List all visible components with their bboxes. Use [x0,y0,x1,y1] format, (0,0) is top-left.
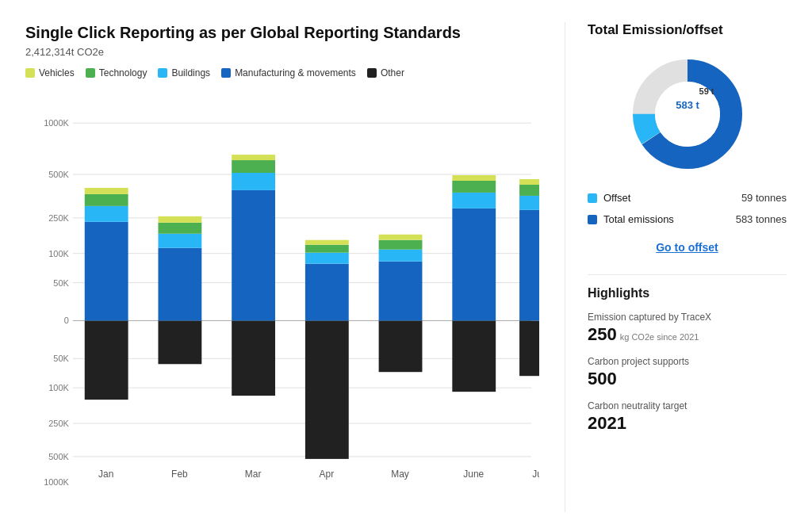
legend-item-manufacturing: Manufacturing & movements [221,67,356,78]
carbon-project-value: 500 [588,369,787,389]
svg-text:500K: 500K [48,170,69,179]
offset-value: 59 tonnes [741,192,787,204]
svg-rect-52 [452,209,496,321]
svg-rect-58 [519,210,539,321]
legend-item-technology: Technology [86,67,147,78]
legend-item-buildings: Buildings [158,67,210,78]
svg-rect-45 [379,320,423,372]
svg-rect-41 [305,253,349,264]
bar-feb: Feb [158,216,201,480]
divider [588,274,787,275]
svg-rect-33 [232,320,275,396]
svg-rect-39 [305,320,349,458]
svg-text:59 t: 59 t [699,86,714,96]
svg-text:583 t: 583 t [676,99,699,111]
highlights-title: Highlights [588,286,787,300]
legend-label-buildings: Buildings [171,67,210,78]
bar-jan: Jan [85,188,128,480]
bar-july: July [519,179,539,480]
svg-rect-31 [158,216,201,223]
svg-rect-49 [379,235,423,240]
legend-color-vehicles [25,68,35,78]
carbon-neutrality-value: 2021 [588,413,787,434]
total-emissions-label: Total emissions [603,213,674,225]
emission-captured-unit: kg CO2e since 2021 [620,332,699,342]
bar-june: June [452,175,496,480]
legend-item-other: Other [367,67,404,78]
svg-rect-40 [305,264,349,321]
legend-row-total: Total emissions 583 tonnes [588,213,787,225]
offset-color-indicator [588,193,597,203]
svg-text:250K: 250K [48,419,69,428]
emission-captured-label: Emission captured by TraceX [588,312,787,323]
bar-mar: Mar [232,155,275,480]
svg-rect-37 [232,155,275,160]
legend-label-technology: Technology [99,67,147,78]
bar-apr: Apr [305,240,349,480]
svg-rect-22 [85,222,128,321]
donut-chart: 583 t 59 t [624,51,751,178]
right-panel-title: Total Emission/offset [588,22,787,38]
right-panel: Total Emission/offset [565,22,787,512]
svg-rect-30 [158,223,201,234]
svg-rect-46 [379,262,423,321]
svg-rect-34 [232,190,275,320]
legend-color-technology [86,68,95,78]
highlight-carbon-neutrality: Carbon neutrality target 2021 [588,400,787,434]
svg-text:Jan: Jan [98,469,113,480]
svg-rect-35 [232,173,275,190]
carbon-project-label: Carbon project supports [588,356,787,367]
svg-rect-25 [85,188,128,194]
total-emissions-value: 583 tonnes [736,213,787,225]
svg-rect-55 [452,175,496,181]
legend-color-other [367,68,377,78]
svg-text:Apr: Apr [320,469,335,480]
svg-rect-54 [452,181,496,193]
page-title: Single Click Reporting as per Global Rep… [25,22,539,43]
highlight-emission-captured: Emission captured by TraceX 250 kg CO2e … [588,312,787,345]
chart-area: 1000K 500K 250K 100K 50K 0 50K 100K 250K… [25,90,539,512]
legend-label-other: Other [381,67,404,78]
donut-container: 583 t 59 t [588,51,787,178]
go-to-offset-link[interactable]: Go to offset [588,241,787,254]
svg-text:May: May [391,469,409,480]
legend-label-manufacturing: Manufacturing & movements [235,67,356,78]
carbon-project-number: 500 [588,369,617,389]
chart-legend: Vehicles Technology Buildings Manufactur… [25,67,539,78]
svg-rect-53 [452,193,496,209]
highlight-carbon-project: Carbon project supports 500 [588,356,787,389]
svg-rect-23 [85,206,128,222]
svg-text:50K: 50K [53,278,69,288]
svg-rect-48 [379,240,423,250]
svg-rect-42 [305,245,349,253]
svg-text:1000K: 1000K [44,477,69,487]
svg-text:1000K: 1000K [44,118,69,128]
svg-rect-27 [158,320,201,364]
bar-chart: 1000K 500K 250K 100K 50K 0 50K 100K 250K… [25,90,539,512]
svg-text:250K: 250K [48,213,69,223]
svg-text:50K: 50K [53,354,69,363]
svg-text:Feb: Feb [171,469,188,480]
emission-captured-value: 250 kg CO2e since 2021 [588,324,787,345]
svg-rect-59 [519,196,539,210]
svg-text:Mar: Mar [245,469,262,480]
svg-rect-24 [85,194,128,206]
svg-text:500K: 500K [48,452,69,461]
svg-rect-60 [519,185,539,196]
svg-rect-47 [379,250,423,262]
svg-rect-57 [519,320,539,376]
svg-text:100K: 100K [48,383,69,392]
svg-rect-28 [158,248,201,321]
bar-may: May [379,235,423,480]
legend-row-offset: Offset 59 tonnes [588,192,787,204]
svg-rect-29 [158,234,201,248]
svg-rect-43 [305,240,349,245]
page-subtitle: 2,412,314t CO2e [25,46,539,58]
svg-rect-36 [232,160,275,173]
carbon-neutrality-label: Carbon neutrality target [588,400,787,411]
legend-label-vehicles: Vehicles [39,67,75,78]
svg-rect-61 [519,179,539,185]
svg-text:0: 0 [64,316,69,325]
svg-text:100K: 100K [48,249,69,258]
main-container: Single Click Reporting as per Global Rep… [0,0,812,528]
